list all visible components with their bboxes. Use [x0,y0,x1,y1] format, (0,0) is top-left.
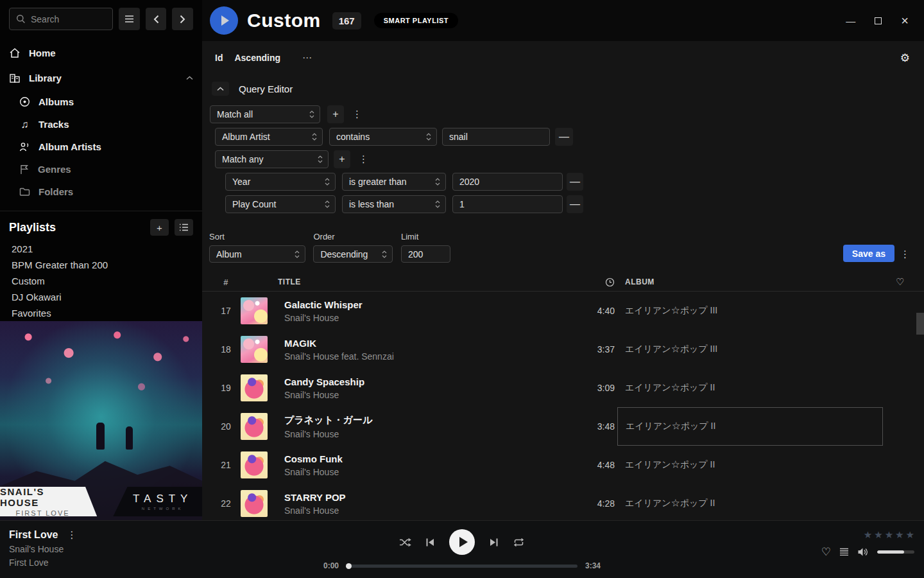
track-title[interactable]: Cosmo Funk [284,453,576,464]
track-album[interactable]: エイリアン☆ポップ II [617,484,883,519]
now-playing-title[interactable]: First Love [9,529,58,541]
track-art-thumbnail[interactable] [241,490,268,517]
star-icon[interactable]: ★ [895,530,903,539]
column-title[interactable]: TITLE [278,277,576,286]
column-duration[interactable] [576,277,617,287]
star-icon[interactable]: ★ [885,530,893,539]
remove-rule-button[interactable]: — [567,195,583,213]
chevron-up-icon[interactable] [186,76,193,80]
menu-button[interactable] [119,8,140,30]
table-row[interactable]: 18 MAGIK Snail's House feat. Sennzai 3:3… [202,330,924,369]
table-row[interactable]: 20 プラネット・ガール Snail's House 3:48 エイリアン☆ポッ… [202,407,924,446]
rule-operator-select[interactable]: contains [329,128,437,146]
column-album[interactable]: ALBUM [617,277,883,286]
limit-input[interactable]: 200 [401,245,450,263]
add-playlist-button[interactable]: + [150,219,169,236]
playlist-item[interactable]: BPM Greater than 200 [12,257,193,273]
sidebar-item-folders[interactable]: Folders [19,180,193,203]
rule-value-input[interactable]: 1 [452,195,563,213]
shuffle-button[interactable] [399,538,411,547]
track-artist[interactable]: Snail's House [284,505,576,516]
track-artist[interactable]: Snail's House [284,390,576,400]
sort-field-button[interactable]: Id [215,53,223,63]
now-playing-artist[interactable]: Snail's House [9,544,76,554]
add-rule-button[interactable]: + [327,105,344,123]
rule-operator-select[interactable]: is greater than [342,173,446,191]
playlist-item[interactable]: Favorites [12,305,193,321]
column-favorite[interactable]: ♡ [883,276,918,288]
playlist-item[interactable]: Custom [12,273,193,289]
sidebar-item-genres[interactable]: Genres [19,158,193,180]
scrollbar-thumb[interactable] [916,313,924,335]
track-artist[interactable]: Snail's House [284,467,576,477]
sidebar-item-albums[interactable]: Albums [19,91,193,113]
order-select[interactable]: Descending [313,245,393,263]
repeat-button[interactable] [513,538,525,547]
volume-icon[interactable] [857,547,869,557]
queue-button[interactable] [839,548,849,556]
group-menu-icon[interactable]: ⋮ [352,109,362,120]
track-art-thumbnail[interactable] [241,374,268,401]
track-art-thumbnail[interactable] [241,451,268,478]
rule-field-select[interactable]: Year [225,173,336,191]
play-pause-button[interactable] [449,529,475,555]
track-artist[interactable]: Snail's House [284,313,576,323]
table-row[interactable]: 17 Galactic Whisper Snail's House 4:40 エ… [202,292,924,330]
save-menu-icon[interactable]: ⋮ [900,249,910,260]
now-playing-album-art[interactable]: SNAIL'S HOUSE FIRST LOVE TASTY NETWORK [0,321,202,520]
volume-slider[interactable] [877,550,914,554]
query-editor-collapse-button[interactable] [212,82,229,96]
track-title[interactable]: STARRY POP [284,492,576,503]
rule-value-input[interactable]: 2020 [452,173,563,191]
rule-operator-select[interactable]: is less than [342,195,446,213]
play-playlist-button[interactable] [210,6,238,35]
star-icon[interactable]: ★ [906,530,914,539]
track-title[interactable]: プラネット・ガール [284,414,576,426]
column-number[interactable]: # [211,277,241,287]
match-type-select[interactable]: Match any [215,150,329,168]
minimize-button[interactable]: — [846,15,855,26]
now-playing-album[interactable]: First Love [9,557,76,568]
track-art-thumbnail[interactable] [241,336,268,363]
track-album[interactable]: エイリアン☆ポップ III [617,292,883,330]
sort-direction-button[interactable]: Ascending [234,53,280,63]
maximize-button[interactable] [875,17,882,24]
sidebar-item-tracks[interactable]: ♫ Tracks [19,113,193,136]
save-as-button[interactable]: Save as [843,245,894,262]
playlist-item[interactable]: 2021 [12,241,193,257]
previous-button[interactable] [425,538,435,547]
forward-button[interactable] [172,8,193,30]
search-input[interactable]: Search [9,8,113,30]
rule-value-input[interactable]: snail [442,128,550,146]
track-art-thumbnail[interactable] [241,413,268,440]
more-options-icon[interactable]: ⋯ [302,52,312,64]
table-row[interactable]: 22 STARRY POP Snail's House 4:28 エイリアン☆ポ… [202,484,924,519]
favorite-button[interactable]: ♡ [821,545,831,559]
now-playing-menu-icon[interactable]: ⋮ [67,529,76,541]
track-title[interactable]: Candy Spaceship [284,376,576,387]
sidebar-item-album-artists[interactable]: Album Artists [19,136,193,158]
next-button[interactable] [489,538,499,547]
track-album[interactable]: エイリアン☆ポップ II [617,369,883,407]
playlist-list-button[interactable] [175,219,193,236]
match-type-select[interactable]: Match all [210,105,320,123]
sort-select[interactable]: Album [209,245,305,263]
track-album[interactable]: エイリアン☆ポップ II [617,446,883,484]
track-art-thumbnail[interactable] [241,297,268,324]
playlist-item[interactable]: DJ Okawari [12,289,193,305]
track-title[interactable]: Galactic Whisper [284,299,576,310]
table-row[interactable]: 19 Candy Spaceship Snail's House 3:09 エイ… [202,369,924,407]
sidebar-item-home[interactable]: Home [9,40,193,66]
remove-rule-button[interactable]: — [555,128,573,146]
close-button[interactable]: × [901,13,909,28]
track-title[interactable]: MAGIK [284,338,576,349]
track-artist[interactable]: Snail's House [284,429,576,439]
add-rule-button[interactable]: + [334,150,350,168]
back-button[interactable] [146,8,167,30]
sidebar-item-library[interactable]: Library [9,66,193,91]
seek-knob[interactable] [346,563,352,569]
track-album[interactable]: エイリアン☆ポップ III [617,330,883,369]
star-icon[interactable]: ★ [874,530,882,539]
rating-stars[interactable]: ★ ★ ★ ★ ★ [818,530,914,539]
star-icon[interactable]: ★ [864,530,872,539]
